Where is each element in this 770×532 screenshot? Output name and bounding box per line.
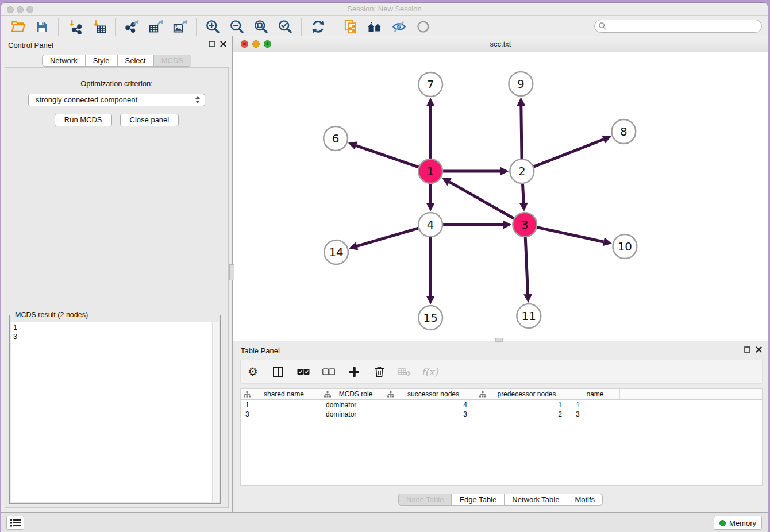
tab-mcds[interactable]: MCDS xyxy=(153,55,191,67)
node-label-9: 9 xyxy=(517,77,525,91)
edge-3-10[interactable] xyxy=(537,228,604,242)
export-table-icon[interactable] xyxy=(147,18,164,36)
table-cell: 3 xyxy=(384,410,476,419)
select-all-rows-icon[interactable] xyxy=(296,364,311,379)
hierarchy-icon xyxy=(387,391,394,398)
arrowhead-1-2 xyxy=(500,167,509,176)
import-table-icon[interactable] xyxy=(90,18,107,36)
run-mcds-button[interactable]: Run MCDS xyxy=(55,114,112,126)
column-header-predecessor-nodes[interactable]: predecessor nodes xyxy=(476,389,571,399)
toolbar-separator xyxy=(196,18,197,36)
show-hide-panel-icon[interactable] xyxy=(414,18,432,36)
network-window-titlebar[interactable]: ✕ − + scc.txt xyxy=(233,36,768,52)
network-canvas[interactable]: 7968124314101511 xyxy=(233,52,768,341)
task-history-button[interactable] xyxy=(6,516,24,530)
zoom-selected-icon[interactable] xyxy=(276,18,294,36)
window-title: Session: New Session xyxy=(1,5,768,13)
mcds-result-title: MCDS result (2 nodes) xyxy=(13,311,90,319)
tab-style[interactable]: Style xyxy=(85,55,118,67)
column-label: shared name xyxy=(251,390,321,398)
tab-select[interactable]: Select xyxy=(117,55,154,67)
memory-button[interactable]: Memory xyxy=(714,516,762,530)
table-row[interactable]: 1dominator411 xyxy=(241,400,762,410)
close-panel-icon[interactable] xyxy=(220,41,226,47)
export-image-icon[interactable] xyxy=(171,18,188,36)
zoom-out-icon[interactable] xyxy=(228,18,245,36)
column-header-mcds-role[interactable]: MCDS role xyxy=(321,389,384,399)
table-settings-icon[interactable]: ⚙ xyxy=(245,364,260,379)
node-label-1: 1 xyxy=(427,164,434,178)
edge-4-14[interactable] xyxy=(357,228,418,246)
optimization-criterion-select[interactable]: strongly connected component xyxy=(28,94,205,106)
node-label-7: 7 xyxy=(427,78,434,91)
export-network-icon[interactable] xyxy=(123,18,140,36)
application-window: Session: New Session xyxy=(1,2,768,532)
table-panel-title: Table Panel xyxy=(241,346,280,355)
table-tab-node-table[interactable]: Node Table xyxy=(398,494,452,506)
mcds-result-groupbox: MCDS result (2 nodes) 1 3 xyxy=(9,315,221,504)
edge-2-8[interactable] xyxy=(534,140,603,167)
control-panel-tabs: NetworkStyleSelectMCDS xyxy=(1,55,232,67)
table-cell: dominator xyxy=(321,410,384,419)
save-session-icon[interactable] xyxy=(33,18,51,36)
global-search[interactable] xyxy=(594,20,762,33)
tab-network[interactable]: Network xyxy=(42,55,86,67)
edge-3-11[interactable] xyxy=(525,237,528,294)
float-panel-icon[interactable] xyxy=(209,41,215,47)
table-row[interactable]: 3dominator323 xyxy=(241,410,762,419)
edge-1-6[interactable] xyxy=(356,145,419,167)
arrowhead-2-9 xyxy=(517,97,525,106)
arrowhead-4-15 xyxy=(426,296,435,304)
add-column-icon[interactable] xyxy=(346,364,361,379)
clone-network-icon[interactable] xyxy=(342,18,359,36)
close-table-panel-icon[interactable] xyxy=(756,346,762,353)
vertical-splitter-handle[interactable] xyxy=(229,264,234,280)
node-table[interactable]: shared nameMCDS rolesuccessor nodesprede… xyxy=(240,388,763,486)
table-tab-edge-table[interactable]: Edge Table xyxy=(451,494,505,506)
edge-2-9[interactable] xyxy=(521,106,522,159)
arrowhead-4-3 xyxy=(503,221,511,229)
column-header-successor-nodes[interactable]: successor nodes xyxy=(384,389,476,399)
deselect-all-rows-icon[interactable] xyxy=(321,364,336,379)
close-panel-button[interactable]: Close panel xyxy=(120,114,179,126)
search-input[interactable] xyxy=(607,22,761,30)
toolbar-separator xyxy=(301,18,302,36)
float-table-panel-icon[interactable] xyxy=(744,346,750,353)
style-visibility-icon[interactable] xyxy=(390,18,407,36)
table-cell: dominator xyxy=(321,400,384,410)
table-cell: 3 xyxy=(571,410,620,419)
hierarchy-icon xyxy=(244,391,251,398)
apply-function-icon[interactable]: f(x) xyxy=(422,364,437,379)
arrowhead-1-7 xyxy=(426,98,435,106)
result-scrollbar[interactable] xyxy=(212,322,219,502)
search-icon xyxy=(598,22,607,30)
import-network-icon[interactable] xyxy=(66,18,83,36)
arrowhead-1-4 xyxy=(426,203,435,211)
arrowhead-1-6 xyxy=(348,141,358,149)
open-session-icon[interactable] xyxy=(9,18,26,36)
mcds-result-text[interactable]: 1 3 xyxy=(11,322,212,502)
selected-criterion: strongly connected component xyxy=(36,95,137,104)
zoom-in-icon[interactable] xyxy=(204,18,221,36)
hierarchy-icon xyxy=(479,391,486,398)
edge-2-3[interactable] xyxy=(522,184,523,203)
select-spinner-icon xyxy=(195,96,201,104)
toolbar-separator xyxy=(58,18,59,36)
column-header-shared-name[interactable]: shared name xyxy=(241,389,321,399)
table-cell: 2 xyxy=(476,410,571,419)
refresh-layout-icon[interactable] xyxy=(309,18,326,36)
column-header-name[interactable]: name xyxy=(571,389,620,399)
delete-table-icon[interactable] xyxy=(397,364,412,379)
delete-column-icon[interactable] xyxy=(372,364,387,379)
table-header-row: shared nameMCDS rolesuccessor nodesprede… xyxy=(241,389,762,400)
toggle-column-view-icon[interactable] xyxy=(271,364,286,379)
node-label-10: 10 xyxy=(618,240,632,253)
table-tab-motifs[interactable]: Motifs xyxy=(567,494,603,506)
zoom-fit-icon[interactable] xyxy=(252,18,270,36)
home-view-icon[interactable] xyxy=(366,18,383,36)
node-label-15: 15 xyxy=(424,311,438,325)
table-tab-network-table[interactable]: Network Table xyxy=(504,494,567,506)
horizontal-splitter-handle[interactable] xyxy=(495,338,503,342)
titlebar: Session: New Session xyxy=(1,3,768,16)
edge-3-1[interactable] xyxy=(449,182,514,219)
